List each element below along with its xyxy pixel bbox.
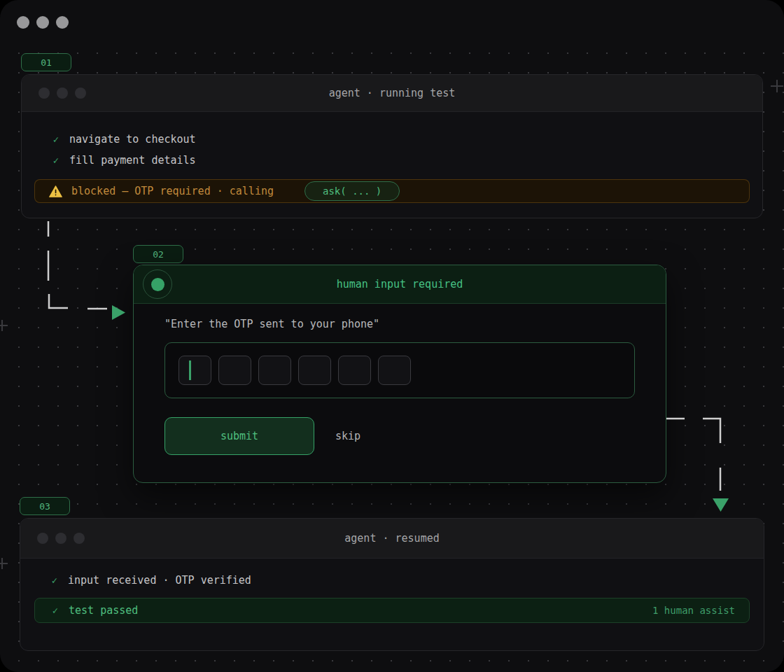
- check-icon: ✓: [50, 134, 62, 145]
- edge-cross-mark: [0, 320, 8, 331]
- panel1-header: agent · running test: [22, 75, 762, 112]
- check-icon: ✓: [50, 155, 62, 166]
- app-window: 01 agent · running test ✓ navigate to ch…: [0, 0, 784, 672]
- task-row: ✓ fill payment details: [50, 150, 762, 171]
- skip-button[interactable]: skip: [335, 430, 360, 442]
- modal-title: human input required: [134, 278, 666, 290]
- panel1-title: agent · running test: [22, 87, 762, 99]
- panel3-header: agent · resumed: [20, 519, 764, 559]
- task-label: navigate to checkout: [69, 133, 196, 146]
- submit-button[interactable]: submit: [164, 417, 314, 455]
- task-row: ✓ navigate to checkout: [50, 129, 762, 150]
- arrowhead-down-icon: [713, 498, 729, 512]
- window-control-dot[interactable]: [36, 16, 49, 29]
- test-passed-banner: ✓ test passed 1 human assist: [34, 598, 750, 623]
- panel-agent-resumed: agent · resumed ✓ input received · OTP v…: [20, 518, 764, 651]
- window-controls: [17, 16, 69, 29]
- otp-box[interactable]: [378, 356, 411, 385]
- arrowhead-right-icon: [112, 305, 125, 320]
- connector-elbow: [703, 419, 720, 443]
- otp-box[interactable]: [178, 356, 211, 385]
- window-control-dot[interactable]: [17, 16, 29, 29]
- modal-actions: submit skip: [164, 417, 666, 455]
- otp-box[interactable]: [258, 356, 291, 385]
- otp-box[interactable]: [298, 356, 331, 385]
- otp-box[interactable]: [338, 356, 371, 385]
- edge-cross-mark: [771, 80, 783, 92]
- task-label: input received · OTP verified: [68, 574, 251, 587]
- text-cursor-icon: [189, 360, 191, 380]
- modal-header: human input required: [134, 265, 666, 304]
- panel-agent-running: agent · running test ✓ navigate to check…: [21, 74, 763, 218]
- panel3-title: agent · resumed: [20, 532, 764, 545]
- panel1-task-list: ✓ navigate to checkout ✓ fill payment de…: [22, 112, 762, 171]
- panel3-task-list: ✓ input received · OTP verified: [20, 559, 764, 591]
- edge-cross-mark: [0, 558, 8, 569]
- human-input-modal: human input required "Enter the OTP sent…: [133, 265, 666, 483]
- task-label: fill payment details: [69, 154, 196, 167]
- otp-box[interactable]: [218, 356, 251, 385]
- step-badge-01: 01: [21, 53, 71, 71]
- check-icon: ✓: [49, 605, 62, 616]
- otp-box-row: [164, 342, 635, 398]
- result-label: test passed: [69, 604, 138, 617]
- warning-icon: [49, 186, 62, 197]
- otp-prompt: "Enter the OTP sent to your phone": [164, 316, 666, 332]
- step-badge-02: 02: [133, 245, 183, 263]
- task-row: ✓ input received · OTP verified: [48, 570, 764, 591]
- connector-elbow: [49, 294, 68, 308]
- check-icon: ✓: [48, 575, 61, 586]
- ask-function-pill[interactable]: ask( ... ): [304, 181, 400, 201]
- step-badge-03: 03: [20, 497, 70, 515]
- human-assist-count: 1 human assist: [652, 605, 735, 616]
- blocked-warning-banner: blocked — OTP required · calling ask( ..…: [34, 179, 750, 203]
- warning-label: blocked — OTP required · calling: [71, 185, 274, 197]
- window-control-dot[interactable]: [56, 16, 69, 29]
